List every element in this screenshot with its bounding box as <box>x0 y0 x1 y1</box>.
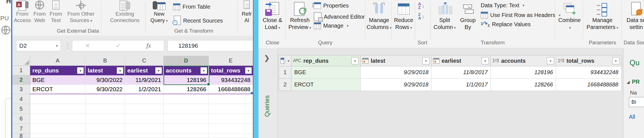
sort-ascending-button[interactable]: AZ ↓ <box>418 2 424 9</box>
pq-cell[interactable]: 9/29/2018 <box>361 66 432 79</box>
select-all-corner[interactable] <box>12 56 30 66</box>
empty-cell[interactable] <box>209 114 253 124</box>
cell-a2[interactable]: BGE <box>30 75 85 85</box>
manage-button[interactable]: Manage ▾ <box>314 22 349 29</box>
pq-cell[interactable]: 9/29/2018 <box>361 79 432 91</box>
filter-dropdown-icon[interactable]: ▾ <box>351 57 359 64</box>
existing-connections-button[interactable]: Existing Connections <box>106 1 143 23</box>
data-source-settings-button[interactable]: Data so settin <box>624 1 644 31</box>
enter-icon[interactable]: ✓ <box>116 42 121 49</box>
pq-column-header-earliest[interactable]: earliest ▾ <box>432 55 491 66</box>
pq-column-header-total-rows[interactable]: 1²3 total_rows ▾ <box>556 55 621 66</box>
from-web-button[interactable]: From Web <box>32 1 47 23</box>
refresh-all-button-partial[interactable]: Refr Al <box>240 1 254 23</box>
row-header-6[interactable]: 6 <box>12 114 30 124</box>
refresh-preview-button[interactable]: Refresh Preview▾ <box>288 1 312 31</box>
column-header-a[interactable]: A <box>30 56 85 66</box>
formula-input[interactable]: 128196 <box>167 40 254 51</box>
filter-dropdown-icon[interactable]: ▾ <box>245 67 252 74</box>
empty-cell[interactable] <box>125 134 164 138</box>
advanced-editor-button[interactable]: Advanced Editor <box>314 12 365 21</box>
pq-cell[interactable]: BGE <box>291 66 361 79</box>
queries-pane-label[interactable]: Queries <box>264 95 271 117</box>
row-header-5[interactable]: 5 <box>12 104 30 114</box>
data-type-button[interactable]: Data Type: Text ▾ <box>481 2 525 9</box>
from-access-button[interactable]: A From Access <box>13 1 31 23</box>
filter-dropdown-icon[interactable]: ▾ <box>77 67 84 74</box>
empty-cell[interactable] <box>30 124 85 134</box>
from-other-sources-button[interactable]: From Other Sources▾ <box>65 1 97 24</box>
empty-cell[interactable] <box>85 94 125 104</box>
all-properties-link-partial[interactable]: All <box>629 114 635 120</box>
from-table-button[interactable]: From Table <box>173 3 210 10</box>
pq-row-number[interactable]: 2 <box>279 79 291 91</box>
combine-button[interactable]: + Combine ▾ <box>557 1 582 31</box>
column-header-b[interactable]: B <box>85 56 125 66</box>
split-column-button[interactable]: Split Column▾ <box>433 1 457 31</box>
pq-cell[interactable]: 1668488688 <box>556 79 621 91</box>
manage-parameters-button[interactable]: Manage Parameters▾ <box>585 1 620 31</box>
properties-section-header[interactable]: ◢ PR <box>627 79 640 85</box>
use-first-row-as-headers-button[interactable]: Use First Row as Headers ▾ <box>481 12 561 18</box>
empty-cell[interactable] <box>125 114 164 124</box>
filter-dropdown-icon[interactable]: ▾ <box>200 67 207 74</box>
query-name-input[interactable]: Bi <box>629 97 644 107</box>
filter-dropdown-icon[interactable]: ▾ <box>422 57 430 64</box>
empty-cell[interactable] <box>125 94 164 104</box>
filter-dropdown-icon[interactable]: ▾ <box>612 57 619 64</box>
table-header-cell[interactable]: latest▾ <box>85 66 125 75</box>
empty-cell[interactable] <box>30 94 85 104</box>
expand-queries-chevron-icon[interactable]: ❯ <box>264 54 270 62</box>
empty-cell[interactable] <box>209 124 253 134</box>
empty-cell[interactable] <box>125 104 164 114</box>
empty-cell[interactable] <box>125 124 164 134</box>
cell-b2[interactable]: 9/30/2022 <box>85 75 125 85</box>
empty-cell[interactable] <box>209 94 253 104</box>
new-query-button[interactable]: New Query▾ <box>149 1 170 24</box>
filter-dropdown-icon[interactable]: ▾ <box>155 67 162 74</box>
empty-cell[interactable] <box>164 114 209 124</box>
table-header-cell[interactable]: rep_duns▾ <box>30 66 85 75</box>
empty-cell[interactable] <box>209 134 253 138</box>
pq-cell[interactable]: 128196 <box>491 66 556 79</box>
cancel-icon[interactable]: ✕ <box>85 42 90 49</box>
cell-c2[interactable]: 11/9/2021 <box>125 75 164 85</box>
row-header-1[interactable]: 1 <box>12 66 30 75</box>
pq-cell[interactable]: 1/1/2017 <box>432 79 491 91</box>
table-header-cell[interactable]: accounts▾ <box>164 66 209 75</box>
empty-cell[interactable] <box>30 114 85 124</box>
table-header-cell[interactable]: earliest▾ <box>125 66 164 75</box>
empty-cell[interactable] <box>209 104 253 114</box>
row-header-8[interactable]: 8 <box>12 134 30 138</box>
manage-columns-button[interactable]: Manage Columns▾ <box>368 1 390 31</box>
sort-descending-button[interactable]: ZA ↓ <box>418 13 424 20</box>
filter-dropdown-icon[interactable]: ▾ <box>482 57 489 64</box>
pq-column-header-rep-duns[interactable]: AᴮC rep_duns ▾ <box>291 55 361 66</box>
pq-cell[interactable]: ERCOT <box>291 79 361 91</box>
name-box[interactable]: D2 ▾ <box>16 40 61 51</box>
table-header-cell[interactable]: total_rows▾ <box>209 66 253 75</box>
empty-cell[interactable] <box>85 134 125 138</box>
cell-c3[interactable]: 1/2/2021 <box>125 85 164 94</box>
pq-cell[interactable]: 934432248 <box>556 66 621 79</box>
recent-sources-button[interactable]: Recent Sources <box>173 16 223 26</box>
cell-b3[interactable]: 9/30/2022 <box>85 85 125 94</box>
pq-column-header-latest[interactable]: latest ▾ <box>361 55 432 66</box>
cell-d2-selected[interactable]: 128196 <box>164 75 209 85</box>
empty-cell[interactable] <box>164 104 209 114</box>
cell-d3[interactable]: 128266 <box>164 85 209 94</box>
reduce-rows-button[interactable]: ✓ Reduce Rows▾ <box>393 1 414 31</box>
row-header-4[interactable]: 4 <box>12 94 30 104</box>
pq-cell[interactable]: 11/8/2017 <box>432 66 491 79</box>
empty-cell[interactable] <box>164 124 209 134</box>
cell-e3[interactable]: 1668488688 <box>209 85 253 94</box>
row-header-2[interactable]: 2 <box>12 75 30 85</box>
insert-function-icon[interactable]: fx <box>146 42 151 49</box>
empty-cell[interactable] <box>164 134 209 138</box>
empty-cell[interactable] <box>30 104 85 114</box>
empty-cell[interactable] <box>30 134 85 138</box>
filter-dropdown-icon[interactable]: ▾ <box>117 67 123 74</box>
pq-cell[interactable]: 128266 <box>491 79 556 91</box>
pq-column-header-accounts[interactable]: 1²3 accounts ▾ <box>491 55 556 66</box>
from-text-button[interactable]: From Text <box>48 1 64 23</box>
